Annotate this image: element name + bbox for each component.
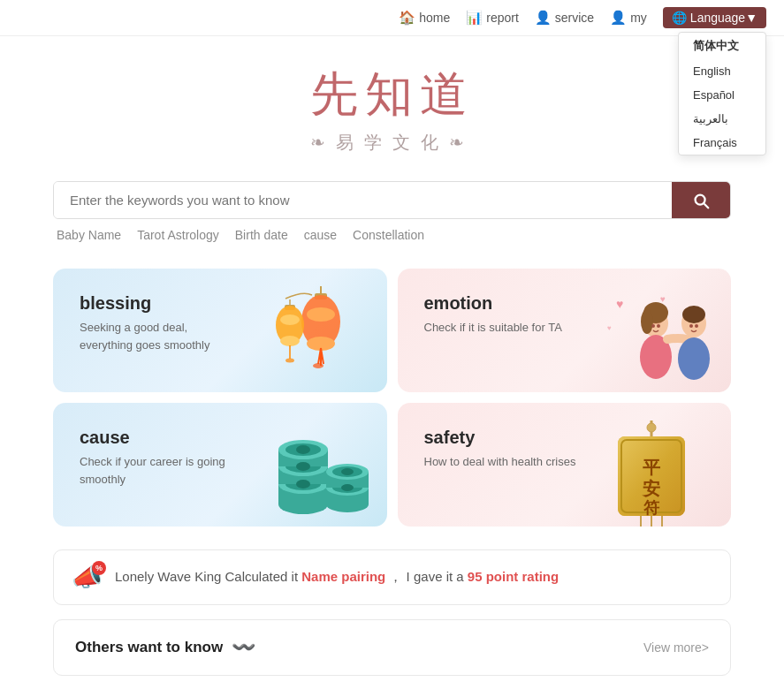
safety-desc: How to deal with health crises	[424, 453, 579, 471]
emotion-illustration: ♥ ♥ ♥	[598, 286, 722, 392]
language-label: Language▼	[690, 11, 757, 25]
language-dropdown: 简体中文 English Español بالعربية Français	[678, 32, 766, 155]
svg-point-28	[657, 324, 660, 328]
cause-desc: Check if your career is going smoothly	[80, 453, 234, 488]
cloud-decoration: 〰️	[232, 636, 255, 659]
others-title: Others want to know	[75, 639, 223, 656]
lang-option-fr[interactable]: Français	[679, 131, 765, 155]
notif-highlight2: 95 point rating	[468, 569, 559, 584]
svg-point-49	[296, 462, 310, 471]
notif-prefix: Lonely Wave King Calculated it	[115, 569, 298, 584]
lang-option-zh[interactable]: 简体中文	[679, 33, 765, 59]
search-tag-constellation[interactable]: Constellation	[353, 228, 424, 242]
svg-point-52	[341, 484, 354, 491]
blessing-card[interactable]: blessing Seeking a good deal, everything…	[53, 269, 387, 392]
nav-report[interactable]: 📊 report	[466, 10, 519, 26]
svg-point-12	[280, 314, 300, 325]
cause-card[interactable]: cause Check if your career is going smoo…	[53, 403, 387, 527]
lang-option-en[interactable]: English	[679, 59, 765, 83]
view-more-button[interactable]: View more>	[643, 640, 709, 655]
svg-point-29	[689, 324, 693, 328]
nav-service-label: service	[555, 11, 594, 25]
amulet-svg: 平 安 符	[598, 420, 704, 527]
svg-point-27	[651, 324, 655, 328]
blessing-illustration	[255, 286, 378, 392]
language-button[interactable]: 🌐 Language▼	[663, 7, 766, 28]
cause-illustration	[255, 420, 378, 527]
svg-point-50	[296, 480, 310, 489]
nav-service[interactable]: 👤 service	[535, 10, 594, 26]
lantern-svg	[255, 286, 369, 392]
svg-point-54	[647, 423, 656, 432]
coins-svg	[255, 420, 378, 527]
search-tag-tarot[interactable]: Tarot Astrology	[137, 228, 219, 242]
safety-illustration: 平 安 符	[598, 420, 722, 527]
svg-point-48	[296, 445, 310, 454]
notif-highlight1: Name pairing	[301, 569, 385, 584]
hero-section: 先知道 ❧易学文化❧	[0, 36, 784, 163]
svg-point-30	[695, 324, 698, 328]
emotion-card[interactable]: emotion Check if it is suitable for TA ♥…	[398, 269, 732, 392]
notif-icon-wrapper: 📣 %	[72, 563, 103, 592]
search-input[interactable]	[54, 182, 672, 218]
notif-separator: ，	[389, 569, 402, 584]
nav-my[interactable]: 👤 my	[610, 10, 647, 26]
nav-my-label: my	[630, 11, 647, 25]
svg-point-25	[682, 306, 705, 323]
nav-home[interactable]: 🏠 home	[399, 10, 450, 26]
navbar: 🏠 home 📊 report 👤 service 👤 my 🌐 Languag…	[0, 0, 784, 36]
svg-point-13	[280, 336, 300, 346]
svg-point-8	[313, 363, 323, 368]
svg-point-26	[678, 337, 710, 380]
nav-home-label: home	[419, 11, 450, 25]
search-tag-baby-name[interactable]: Baby Name	[57, 228, 121, 242]
nav-report-label: report	[486, 11, 519, 25]
couple-svg: ♥ ♥ ♥	[598, 286, 731, 392]
search-tags: Baby Name Tarot Astrology Birth date cau…	[53, 219, 731, 251]
svg-text:♥: ♥	[660, 294, 666, 304]
others-section: Others want to know 〰️ View more>	[53, 619, 731, 676]
svg-text:安: 安	[642, 479, 660, 498]
blessing-desc: Seeking a good deal, everything goes smo…	[80, 319, 234, 353]
notification-text: Lonely Wave King Calculated it Name pair…	[115, 569, 559, 586]
lang-option-ar[interactable]: بالعربية	[679, 107, 765, 131]
search-tag-birth-date[interactable]: Birth date	[235, 228, 288, 242]
home-icon: 🏠	[399, 10, 415, 26]
report-icon: 📊	[466, 10, 483, 26]
service-icon: 👤	[535, 10, 552, 26]
svg-text:平: 平	[643, 458, 661, 477]
search-tag-cause[interactable]: cause	[304, 228, 337, 242]
search-section: Baby Name Tarot Astrology Birth date cau…	[0, 163, 784, 260]
svg-text:符: 符	[643, 499, 660, 517]
svg-point-51	[341, 468, 354, 475]
svg-point-3	[307, 307, 335, 322]
hero-subtitle: ❧易学文化❧	[18, 131, 766, 155]
language-icon: 🌐	[672, 11, 687, 25]
notif-mid: I gave it a	[407, 569, 464, 584]
hero-title: 先知道	[18, 63, 766, 127]
search-icon	[691, 191, 711, 210]
svg-text:♥: ♥	[607, 324, 612, 332]
emotion-desc: Check if it is suitable for TA	[424, 319, 579, 337]
cards-grid: blessing Seeking a good deal, everything…	[0, 260, 784, 535]
lang-option-es[interactable]: Español	[679, 83, 765, 107]
search-button[interactable]	[672, 182, 730, 218]
notification-bar: 📣 % Lonely Wave King Calculated it Name …	[53, 549, 731, 605]
notification-badge: %	[92, 561, 106, 575]
svg-point-15	[285, 359, 294, 363]
svg-point-22	[641, 309, 653, 334]
my-icon: 👤	[610, 10, 627, 26]
svg-text:♥: ♥	[616, 297, 623, 311]
search-bar	[53, 181, 731, 219]
safety-card[interactable]: safety How to deal with health crises 平 …	[398, 403, 732, 527]
others-left: Others want to know 〰️	[75, 636, 255, 659]
